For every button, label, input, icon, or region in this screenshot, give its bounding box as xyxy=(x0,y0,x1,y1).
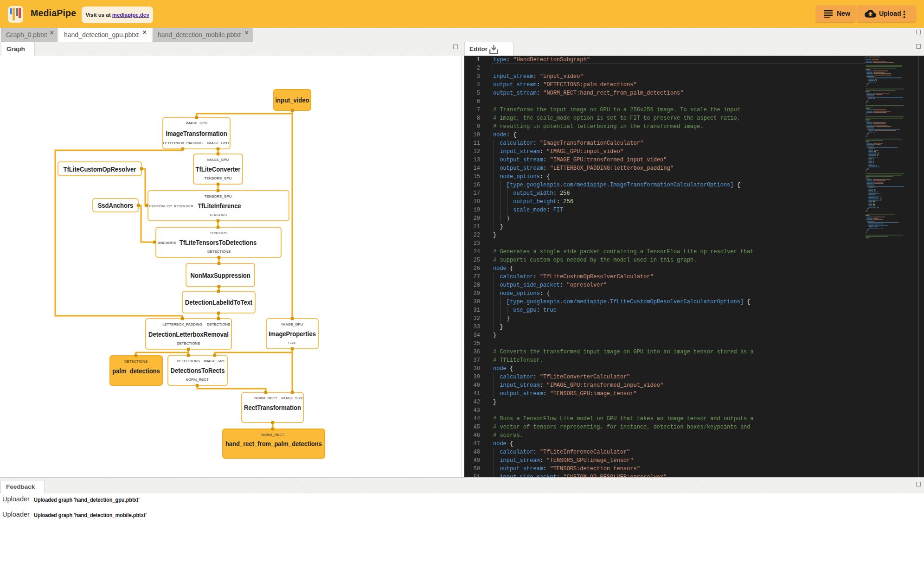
svg-text:CUSTOM_OP_RESOLVER: CUSTOM_OP_RESOLVER xyxy=(149,204,193,208)
svg-text:DetectionLetterboxRemoval: DetectionLetterboxRemoval xyxy=(148,330,229,338)
svg-text:TENSORS: TENSORS xyxy=(210,231,227,235)
svg-text:TENSORS_GPU: TENSORS_GPU xyxy=(205,194,232,198)
svg-text:palm_detections: palm_detections xyxy=(112,367,160,375)
svg-text:NORM_RECT: NORM_RECT xyxy=(254,396,277,400)
svg-text:TfLiteCustomOpResolver: TfLiteCustomOpResolver xyxy=(64,165,136,173)
svg-text:TENSORS_GPU: TENSORS_GPU xyxy=(205,176,232,180)
svg-text:IMAGE_SIZE: IMAGE_SIZE xyxy=(282,396,303,400)
svg-text:TfLiteInference: TfLiteInference xyxy=(198,202,241,210)
svg-text:IMAGE_SIZE: IMAGE_SIZE xyxy=(204,359,226,363)
svg-text:ImageTransformation: ImageTransformation xyxy=(166,129,227,137)
svg-text:DetectionLabelIdToText: DetectionLabelIdToText xyxy=(185,298,252,306)
svg-text:TENSORS: TENSORS xyxy=(209,213,227,217)
svg-text:LETTERBOX_PADDING: LETTERBOX_PADDING xyxy=(162,322,202,326)
svg-text:DETECTIONS: DETECTIONS xyxy=(207,250,231,254)
svg-text:SsdAnchors: SsdAnchors xyxy=(98,201,134,209)
svg-text:SIZE: SIZE xyxy=(288,341,296,345)
svg-text:NORM_RECT: NORM_RECT xyxy=(261,433,284,437)
svg-text:IMAGE_GPU: IMAGE_GPU xyxy=(207,158,229,162)
svg-text:DETECTIONS: DETECTIONS xyxy=(207,322,230,326)
svg-text:RectTransformation: RectTransformation xyxy=(244,403,301,411)
svg-text:ImageProperties: ImageProperties xyxy=(269,330,316,338)
svg-text:IMAGE_GPU: IMAGE_GPU xyxy=(207,141,229,145)
svg-text:IMAGE_GPU: IMAGE_GPU xyxy=(282,322,303,326)
svg-text:NonMaxSuppression: NonMaxSuppression xyxy=(190,271,250,279)
svg-text:TfLiteTensorsToDetections: TfLiteTensorsToDetections xyxy=(180,238,257,246)
svg-text:hand_rect_from_palm_detections: hand_rect_from_palm_detections xyxy=(225,440,322,448)
svg-text:input_video: input_video xyxy=(276,96,309,104)
svg-text:DETECTIONS: DETECTIONS xyxy=(177,359,200,363)
svg-text:DETECTIONS: DETECTIONS xyxy=(177,341,200,346)
svg-text:DETECTIONS: DETECTIONS xyxy=(124,359,148,364)
svg-text:LETTERBOX_PADDING: LETTERBOX_PADDING xyxy=(163,141,203,145)
svg-text:TfLiteConverter: TfLiteConverter xyxy=(196,165,241,173)
svg-text:NORM_RECT: NORM_RECT xyxy=(186,378,209,382)
svg-text:IMAGE_GPU: IMAGE_GPU xyxy=(186,121,208,125)
svg-text:ANCHORS: ANCHORS xyxy=(158,241,176,245)
svg-text:DetectionsToRects: DetectionsToRects xyxy=(171,366,225,374)
